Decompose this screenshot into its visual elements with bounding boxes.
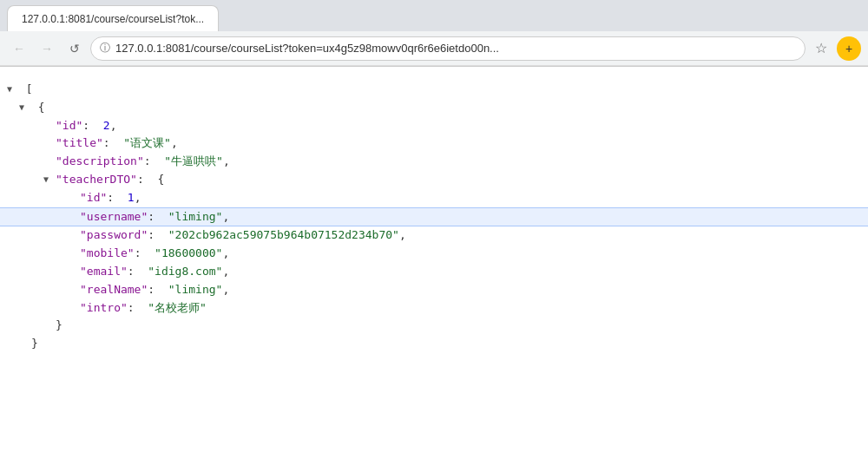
- intro-line: "intro" : "名校老师": [0, 299, 868, 318]
- title-line: "title" : "语文课" ,: [0, 134, 868, 153]
- username-key: "username": [80, 208, 148, 226]
- password-val: "202cb962ac59075b964b07152d234b70": [168, 226, 399, 245]
- email-key: "email": [80, 263, 128, 281]
- title-key: "title": [56, 134, 103, 153]
- colon-6: :: [148, 208, 168, 226]
- id-val: 2: [103, 117, 110, 135]
- tab-title: 127.0.0.1:8081/course/courseList?tok...: [22, 13, 204, 25]
- description-line: "description" : "牛逼哄哄" ,: [0, 153, 868, 171]
- bookmark-button[interactable]: ☆: [809, 36, 833, 61]
- mobile-line: "mobile" : "18600000" ,: [0, 245, 868, 263]
- colon-10: :: [148, 281, 168, 299]
- teacherDTO-toggle[interactable]: [43, 173, 56, 187]
- obj-open-brace: {: [31, 99, 45, 117]
- array-toggle[interactable]: [7, 82, 19, 96]
- email-line: "email" : "idig8.com" ,: [0, 263, 868, 281]
- teacher-id-val: 1: [128, 189, 135, 207]
- reload-button[interactable]: ↺: [62, 36, 87, 61]
- teacherDTO-open-brace: {: [157, 171, 164, 189]
- description-val: "牛逼哄哄": [164, 153, 223, 171]
- id-key: "id": [56, 117, 82, 135]
- json-content: [ { "id" : 2 , "title" : "语文课" , "descri…: [0, 67, 868, 472]
- browser-window: 127.0.0.1:8081/course/courseList?tok... …: [0, 0, 868, 472]
- comma-3: ,: [223, 153, 230, 171]
- colon-8: :: [135, 245, 155, 263]
- colon-1: :: [82, 117, 102, 135]
- comma-5: ,: [135, 189, 141, 207]
- teacherDTO-close-line: }: [0, 317, 868, 335]
- obj-open-line: {: [0, 99, 868, 117]
- teacher-id-line: "id" : 1 ,: [0, 189, 868, 207]
- security-icon: ⓘ: [100, 41, 110, 56]
- colon-5: :: [107, 189, 127, 207]
- username-val: "liming": [168, 208, 223, 226]
- colon-9: :: [128, 263, 148, 281]
- realname-line: "realName" : "liming" ,: [0, 281, 868, 299]
- comma-1: ,: [110, 117, 117, 135]
- array-open-bracket: [: [19, 81, 33, 99]
- intro-key: "intro": [80, 299, 128, 318]
- url-text: 127.0.0.1:8081/course/courseList?token=u…: [115, 42, 796, 55]
- username-line: "username" : "liming" ,: [0, 207, 868, 227]
- teacher-id-key: "id": [80, 189, 107, 207]
- comma-10: ,: [222, 281, 229, 299]
- colon-4: :: [137, 171, 157, 189]
- colon-11: :: [128, 299, 148, 318]
- obj-close-brace: }: [31, 335, 38, 353]
- address-bar[interactable]: ⓘ 127.0.0.1:8081/course/courseList?token…: [90, 36, 806, 61]
- colon-2: :: [103, 134, 123, 153]
- realname-key: "realName": [80, 281, 148, 299]
- nav-bar: ← → ↺ ⓘ 127.0.0.1:8081/course/courseList…: [0, 31, 868, 66]
- comma-6: ,: [222, 208, 229, 226]
- browser-tab[interactable]: 127.0.0.1:8081/course/courseList?tok...: [7, 5, 219, 31]
- back-button[interactable]: ←: [7, 36, 31, 61]
- comma-2: ,: [171, 134, 178, 153]
- teacherDTO-close-brace: }: [56, 317, 62, 335]
- browser-chrome: 127.0.0.1:8081/course/courseList?tok... …: [0, 0, 868, 67]
- realname-val: "liming": [168, 281, 223, 299]
- teacherDTO-line: "teacherDTO" : {: [0, 171, 868, 189]
- comma-7: ,: [399, 226, 406, 245]
- title-val: "语文课": [123, 134, 171, 153]
- obj-toggle[interactable]: [19, 101, 31, 115]
- extension-button[interactable]: +: [837, 36, 861, 61]
- colon-7: :: [148, 226, 168, 245]
- id-line: "id" : 2 ,: [0, 117, 868, 135]
- colon-3: :: [144, 153, 164, 171]
- forward-button[interactable]: →: [35, 36, 59, 61]
- intro-val: "名校老师": [148, 299, 207, 318]
- email-val: "idig8.com": [148, 263, 222, 281]
- password-key: "password": [80, 226, 148, 245]
- password-line: "password" : "202cb962ac59075b964b07152d…: [0, 226, 868, 245]
- description-key: "description": [56, 153, 144, 171]
- comma-8: ,: [222, 245, 229, 263]
- array-open-line: [: [0, 81, 868, 99]
- comma-9: ,: [222, 263, 229, 281]
- tab-bar: 127.0.0.1:8081/course/courseList?tok...: [0, 0, 868, 31]
- teacherDTO-key: "teacherDTO": [56, 171, 137, 189]
- mobile-val: "18600000": [155, 245, 222, 263]
- mobile-key: "mobile": [80, 245, 135, 263]
- obj-close-line: }: [0, 335, 868, 353]
